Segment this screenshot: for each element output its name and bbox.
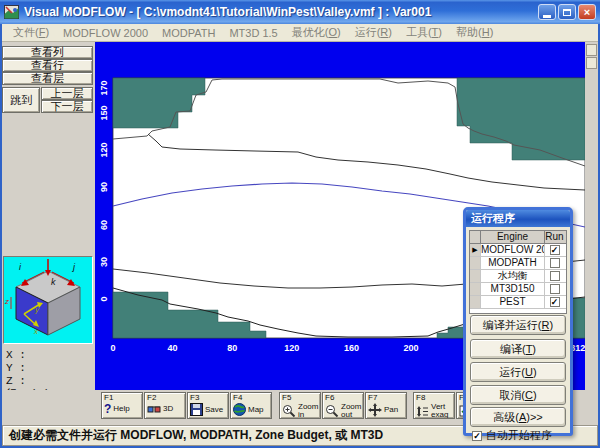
auto-start-label: 自动开始程序 [486, 428, 552, 443]
pan-icon [368, 403, 382, 417]
view-column-button[interactable]: 查看列 [2, 46, 93, 59]
y-axis-tick-0: 0 [99, 296, 109, 301]
engine-name: PEST [481, 296, 545, 308]
zoom-out-button[interactable]: F6Zoom out [322, 392, 364, 419]
vert-exag-button[interactable]: F8Vert exag [413, 392, 455, 419]
zoom-in-button[interactable]: F5Zoom in [279, 392, 321, 419]
status-text: 创建必需文件并运行 MODFLOW, MODPATH, Zone Budget,… [9, 427, 383, 444]
run-checkbox[interactable] [550, 258, 560, 268]
menu-item-help[interactable]: 帮助(H) [449, 24, 500, 41]
row-selector [470, 270, 481, 282]
svg-text:z: z [4, 297, 9, 306]
toolbar-button-label: Save [205, 406, 223, 414]
run-checkbox[interactable]: ✓ [550, 245, 560, 255]
x-axis-tick-120: 120 [284, 343, 299, 353]
title-bar: Visual MODFLOW - [ C:\vmodnt41\Tutorial\… [0, 0, 600, 24]
toolbar-button-label: 3D [163, 405, 173, 413]
close-button[interactable]: × [578, 4, 596, 20]
x-axis-tick-80: 80 [227, 343, 237, 353]
fkey-label: F7 [368, 394, 404, 402]
engine-row-0[interactable]: ▶MODFLOW 2000✓ [470, 244, 566, 257]
engine-grid: Engine Run ▶MODFLOW 2000✓MODPATH水均衡MT3D1… [469, 230, 567, 314]
y-axis-tick-90: 90 [99, 182, 109, 192]
engine-row-4[interactable]: PEST✓ [470, 296, 566, 309]
layer-down-button[interactable]: 下一层 [41, 100, 93, 113]
engine-name: MODFLOW 2000 [481, 244, 545, 256]
run-column-header: Run [545, 231, 564, 243]
menu-item-tools[interactable]: 工具(T) [399, 24, 449, 41]
menu-item-modflow-2000[interactable]: MODFLOW 2000 [56, 26, 155, 40]
run-cell: ✓ [545, 296, 564, 308]
engine-row-1[interactable]: MODPATH [470, 257, 566, 270]
layer-down-label: 下一层 [51, 101, 84, 112]
app-icon [4, 4, 20, 20]
run-cell [545, 283, 564, 295]
toolbar-button-label: Zoom in [298, 403, 318, 419]
help-button[interactable]: F1?Help [101, 392, 143, 419]
view-layer-label: 查看层 [31, 73, 64, 84]
engine-name: MT3D150 [481, 283, 545, 295]
auto-start-checkbox[interactable]: ✓ [472, 431, 482, 441]
goto-button[interactable]: 跳到 [2, 87, 40, 113]
pan-button[interactable]: F7Pan [365, 392, 407, 419]
x-axis-tick-160: 160 [344, 343, 359, 353]
fkey-label: F2 [147, 394, 183, 402]
engine-row-2[interactable]: 水均衡 [470, 270, 566, 283]
y-axis-tick-30: 30 [99, 257, 109, 267]
toolbar-button-label: Vert exag [431, 403, 452, 419]
menu-item-file[interactable]: 文件(F) [6, 24, 56, 41]
view-layer-button[interactable]: 查看层 [2, 72, 93, 85]
view-row-button[interactable]: 查看行 [2, 59, 93, 72]
row-selector: ▶ [470, 244, 481, 256]
strip-button-top[interactable] [586, 44, 597, 56]
selector-column-header [470, 231, 481, 243]
fkey-label: F6 [325, 394, 361, 402]
run-checkbox[interactable] [550, 284, 560, 294]
translate-run-button[interactable]: 编译并运行(R) [470, 315, 566, 335]
minimize-button[interactable] [538, 4, 556, 20]
engine-name: 水均衡 [481, 270, 545, 282]
help-icon: ? [104, 403, 111, 415]
menu-item-mt3d[interactable]: MT3D 1.5 [222, 26, 284, 40]
dialog-title: 运行程序 [466, 210, 570, 227]
menu-item-modpath[interactable]: MODPATH [155, 26, 222, 40]
y-axis-tick-120: 120 [99, 143, 109, 158]
save-button[interactable]: F3Save [187, 392, 229, 419]
y-axis-tick-60: 60 [99, 220, 109, 230]
row-selector [470, 296, 481, 308]
advanced-button[interactable]: 高级(A)>> [470, 407, 566, 427]
orientation-cube: i j k y x z [3, 256, 93, 344]
translate-button[interactable]: 编译(T) [470, 339, 566, 359]
cube-icon: i j k y x z [4, 257, 92, 343]
toolbar-button-label: Zoom out [341, 403, 361, 419]
map-button[interactable]: F4Map [230, 392, 272, 419]
engine-name: MODPATH [481, 257, 545, 269]
menu-item-run[interactable]: 运行(R) [348, 24, 399, 41]
run-button[interactable]: 运行(U) [470, 362, 566, 382]
run-checkbox[interactable]: ✓ [550, 297, 560, 307]
zoom-out-icon [325, 404, 339, 418]
coordinate-row-0: X : [6, 349, 97, 362]
run-cell: ✓ [545, 244, 564, 256]
threed-icon [147, 403, 161, 415]
engine-column-header: Engine [481, 231, 545, 243]
engine-row-3[interactable]: MT3D150 [470, 283, 566, 296]
fkey-label: F8 [416, 394, 452, 402]
save-icon [190, 403, 203, 416]
view-column-label: 查看列 [31, 47, 64, 58]
fkey-label: F5 [282, 394, 318, 402]
toolbar-button-label: Pan [384, 406, 398, 414]
y-axis-tick-170: 170 [99, 81, 109, 96]
cancel-button[interactable]: 取消(C) [470, 385, 566, 405]
threed-button[interactable]: F23D [144, 392, 186, 419]
run-checkbox[interactable] [550, 271, 560, 281]
menu-bar: 文件(F)MODFLOW 2000MODPATHMT3D 1.5最优化(O)运行… [0, 24, 600, 42]
restore-button[interactable] [558, 4, 576, 20]
window-border-left [0, 24, 2, 448]
engine-grid-header: Engine Run [470, 231, 566, 244]
strip-button-bottom[interactable] [586, 57, 597, 69]
zoom-in-icon [282, 404, 296, 418]
layer-up-button[interactable]: 上一层 [41, 87, 93, 100]
menu-item-optimize[interactable]: 最优化(O) [285, 24, 348, 41]
svg-text:i: i [19, 262, 22, 272]
